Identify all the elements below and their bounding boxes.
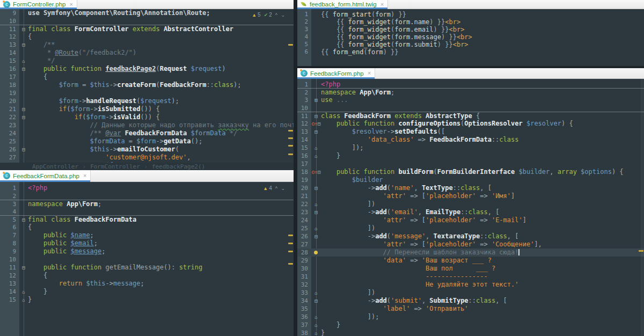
code-line[interactable]: 34⊟ ->add('submit', SubmitType::class, [ [297, 297, 644, 305]
code-line[interactable]: 24 /** @var FeedbackFormData $formData *… [0, 129, 294, 137]
breadcrumb-item[interactable]: AppController [32, 163, 78, 170]
fold-marker-icon[interactable]: ⊟ [314, 129, 318, 135]
breadcrumb-item[interactable]: feedbackPage2() [152, 163, 205, 170]
code-line[interactable]: 25 $formData = $form->getData(); [0, 137, 294, 145]
code-editor[interactable]: 1<?php2namespace App\Form;3⊞use ...1011⊟… [297, 79, 644, 336]
code-line[interactable]: 9 public $message; [0, 247, 294, 255]
fold-marker-icon[interactable]: ⊟ [314, 298, 318, 304]
code-line[interactable]: 18o↑⊟ public function buildForm(FormBuil… [297, 168, 644, 176]
fold-marker-icon[interactable]: ⌂ [314, 226, 317, 231]
tab-feedbackformdata[interactable]: FeedbackFormData.php × [0, 170, 91, 181]
code-line[interactable]: 13⊟ /** [0, 41, 294, 49]
code-line[interactable]: 14⌂ } [0, 288, 294, 296]
code-line[interactable]: 10 [0, 17, 294, 25]
scrollbar-error-stripe[interactable] [288, 130, 293, 132]
fold-marker-icon[interactable]: ⊟ [22, 114, 25, 120]
scrollbar-error-stripe[interactable] [288, 145, 293, 147]
code-line[interactable]: 2 {{ form_widget(form.name) }}<br> [297, 18, 644, 26]
code-line[interactable]: 25⌂ ]) [297, 224, 644, 232]
code-line[interactable]: 27 'attr' => ['placeholder' => 'Сообщени… [297, 240, 644, 249]
code-line[interactable]: 10 [0, 255, 294, 264]
prev-next-arrows[interactable]: ^ ⌄ [275, 186, 286, 191]
scrollbar-error-stripe[interactable] [288, 44, 293, 46]
tab-twig[interactable]: feedback_form.html.twig × [297, 0, 388, 9]
code-line[interactable]: 2namespace App\Form; [297, 88, 644, 96]
code-line[interactable]: 8 public $email; [0, 239, 294, 247]
scrollbar-error-stripe[interactable] [639, 250, 643, 252]
fold-marker-icon[interactable]: ⊟ [22, 217, 25, 223]
fold-marker-icon[interactable]: ⊟ [22, 106, 25, 112]
fold-marker-icon[interactable]: ⌂ [22, 297, 25, 303]
code-line[interactable]: 15⌂ */ [0, 57, 294, 65]
intention-bulb-icon[interactable] [314, 251, 318, 254]
scrollbar-error-stripe[interactable] [288, 154, 293, 155]
code-line[interactable]: 3⊞use ... [297, 96, 644, 104]
code-line[interactable]: 32 Не удаляйте этот текст.' [297, 281, 644, 289]
code-line[interactable]: 17 { [0, 73, 294, 81]
code-line[interactable]: 11⊟class FeedbackForm extends AbstractTy… [297, 112, 644, 120]
fold-marker-icon[interactable]: ⊟ [22, 42, 25, 48]
code-line[interactable]: 35 'label' => 'Отправить' [297, 305, 644, 313]
prev-next-arrows[interactable]: ^ ⌄ [275, 12, 286, 18]
fold-marker-icon[interactable]: ⊟ [22, 147, 25, 152]
code-line[interactable]: 30 Ваш пол ___ ? [297, 265, 644, 273]
code-line[interactable]: 6{{ form_end(form) }} [297, 48, 644, 56]
fold-marker-icon[interactable]: ⌂ [314, 145, 317, 151]
scrollbar-error-stripe[interactable] [288, 137, 293, 139]
fold-marker-icon[interactable]: ⊟ [314, 209, 318, 215]
tab-feedbackform[interactable]: FeedbackForm.php × [297, 68, 375, 78]
code-line[interactable]: 19 [0, 89, 294, 97]
code-line[interactable]: 6{ [0, 223, 294, 231]
fold-marker-icon[interactable]: ⊟ [318, 169, 321, 175]
code-line[interactable]: 16⊟ public function feedbackPage2(Reques… [0, 65, 294, 73]
warning-count[interactable]: 5 [252, 12, 260, 18]
fold-marker-icon[interactable]: ⌂ [314, 323, 317, 328]
fold-marker-icon[interactable]: ⌂ [22, 289, 25, 295]
code-line[interactable]: 22⊟ if($form->isValid()) { [0, 113, 294, 121]
code-line[interactable]: 13⊟ $resolver->setDefaults([ [297, 128, 644, 136]
fold-marker-icon[interactable]: ⊟ [314, 113, 318, 119]
code-line[interactable]: 12 { [0, 272, 294, 280]
scrollbar-error-stripe[interactable] [288, 251, 293, 252]
code-line[interactable]: 16⌂ } [297, 152, 644, 160]
code-line[interactable]: 18 $form = $this->createForm(FeedbackFor… [0, 81, 294, 89]
code-line[interactable]: 24 'attr' => ['placeholder' => 'E-mail'] [297, 216, 644, 224]
fold-marker-icon[interactable]: ⌂ [314, 202, 317, 207]
fold-marker-icon[interactable]: ⊟ [318, 121, 321, 127]
code-line[interactable]: 19 $builder [297, 176, 644, 184]
code-line[interactable]: 1<?php [297, 81, 644, 89]
code-line[interactable]: 17 [297, 160, 644, 168]
code-line[interactable]: 33⌂ ]) [297, 289, 644, 297]
override-method-icon[interactable]: o↑ [311, 121, 317, 127]
inspection-widget[interactable]: 4 ^ ⌄ [263, 185, 286, 191]
inspection-widget[interactable]: 5 2 ^ ⌄ [252, 12, 286, 18]
close-icon[interactable]: × [368, 70, 371, 76]
fold-marker-icon[interactable]: ⊟ [22, 66, 25, 72]
fold-marker-icon[interactable]: ⊟ [22, 26, 25, 32]
fold-marker-icon[interactable]: ⊟ [314, 185, 318, 191]
close-icon[interactable]: × [380, 2, 384, 8]
code-line[interactable]: 13 return $this->message; [0, 280, 294, 288]
code-line[interactable]: 29 'data' => 'Ваш возраст ___ ? [297, 257, 644, 265]
code-line[interactable]: 1{{ form_start(form) }} [297, 11, 644, 18]
code-line[interactable]: 4 {{ form_widget(form.message) }}<br> [297, 33, 644, 41]
code-line[interactable]: 21⊟ if($form->isSubmitted()) { [0, 105, 294, 113]
code-line[interactable]: 5⊟final class FeedbackFormData [0, 215, 294, 223]
code-line[interactable]: 11⊟final class FormController extends Ab… [0, 25, 294, 33]
code-line[interactable]: 26⊟ ->add('message', TextareaType::class… [297, 232, 644, 240]
fold-marker-icon[interactable]: ⌂ [314, 331, 317, 336]
code-line[interactable]: 3 {{ form_widget(form.email) }}<br> [297, 26, 644, 33]
scrollbar-error-stripe[interactable] [288, 243, 293, 244]
code-line[interactable]: 3namespace App\Form; [0, 200, 294, 208]
fold-marker-icon[interactable]: ⌂ [314, 315, 317, 320]
code-line[interactable]: 5 {{ form_widget(form.submit) }}<br> [297, 41, 644, 48]
scrollbar-error-stripe[interactable] [288, 263, 293, 265]
code-line[interactable]: 11⊟ public function getEmailMessage(): s… [0, 264, 294, 272]
code-line[interactable]: 10 [297, 104, 644, 112]
code-line[interactable]: 14 'data_class' => FeedbackFormData::cla… [297, 136, 644, 144]
code-line[interactable]: 1<?php [0, 184, 294, 192]
warning-count[interactable]: 4 [263, 185, 272, 191]
ok-count[interactable]: 2 [264, 12, 272, 18]
code-line[interactable]: 21 'attr' => ['placeholder' => 'Имя'] [297, 192, 644, 200]
code-line[interactable]: 12o↑⊟ public function configureOptions(O… [297, 120, 644, 128]
